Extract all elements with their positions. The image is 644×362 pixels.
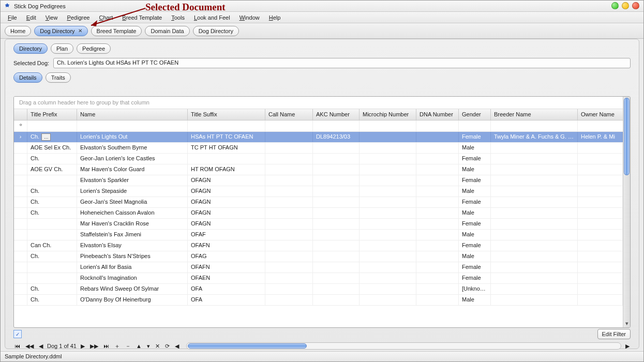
menu-chart[interactable]: Chart xyxy=(95,13,117,22)
cell-title-prefix[interactable] xyxy=(27,230,77,240)
cell-name[interactable]: Elvaston's Sparkler xyxy=(77,175,188,186)
subtab-directory[interactable]: Directory xyxy=(13,43,48,54)
cell-akc[interactable] xyxy=(313,251,360,262)
hscroll-right-icon[interactable]: ▶ xyxy=(624,343,631,350)
cell-gender[interactable]: Female xyxy=(459,197,491,207)
cell-gender[interactable]: Female xyxy=(459,262,491,273)
cell-title-prefix[interactable] xyxy=(27,175,77,186)
cell-call-name[interactable] xyxy=(265,273,313,283)
nav-prev-page-icon[interactable]: ◀◀ xyxy=(24,343,35,350)
cell-owner[interactable] xyxy=(578,186,623,197)
col-call-name[interactable]: Call Name xyxy=(265,109,313,120)
cell-name[interactable]: Rebars Wind Sweep Of Sylmar xyxy=(77,284,188,294)
nav-add-icon[interactable]: ＋ xyxy=(113,342,121,350)
col-title-prefix[interactable]: Title Prefix xyxy=(27,109,77,120)
table-row[interactable]: Staffelstein's Fax JimeniOFAFMale xyxy=(14,230,623,240)
cell-breeder[interactable] xyxy=(491,284,578,294)
col-owner[interactable]: Owner Name xyxy=(578,109,630,120)
vertical-scrollbar[interactable]: ▴ ▾ xyxy=(623,97,630,327)
cell-owner[interactable] xyxy=(578,262,623,273)
cell-owner[interactable] xyxy=(578,251,623,262)
cell-gender[interactable]: Female xyxy=(459,219,491,229)
cell-title-suffix[interactable]: OFAGN xyxy=(188,197,265,207)
dtab-traits[interactable]: Traits xyxy=(46,72,71,83)
cell-title-suffix[interactable]: OFAF xyxy=(188,230,265,240)
cell-name[interactable]: Lorien's Stepaside xyxy=(77,186,188,197)
cell-gender[interactable]: Male xyxy=(459,295,491,305)
cell-call-name[interactable] xyxy=(265,208,313,218)
cell-name[interactable]: Lorien's Lights Out xyxy=(77,132,188,142)
edit-filter-button[interactable]: Edit Filter xyxy=(597,329,631,339)
table-row[interactable]: Mar Haven's Cracklin RoseOFAGNFemale xyxy=(14,219,623,230)
cell-name[interactable]: Elvaston's Southern Byrne xyxy=(77,143,188,153)
ellipsis-button[interactable]: … xyxy=(41,133,51,141)
cell-title-suffix[interactable]: OFAGN xyxy=(188,219,265,229)
tab-dog-directory-2[interactable]: Dog Directory xyxy=(193,26,239,36)
cell-gender[interactable]: Female xyxy=(459,273,491,283)
cell-akc[interactable] xyxy=(313,175,360,186)
cell-microchip[interactable] xyxy=(360,251,416,262)
table-row[interactable]: Lorien's All for BasiaOFAFNFemale xyxy=(14,262,623,273)
cell-breeder[interactable] xyxy=(491,262,578,273)
cell-akc[interactable] xyxy=(313,219,360,229)
cell-microchip[interactable] xyxy=(360,186,416,197)
cell-title-prefix[interactable] xyxy=(27,219,77,229)
cell-title-suffix[interactable]: OFAG xyxy=(188,251,265,262)
menu-tools[interactable]: Tools xyxy=(167,13,189,22)
cell-breeder[interactable] xyxy=(491,273,578,283)
filter-checkbox[interactable]: ✓ xyxy=(13,330,22,338)
cell-breeder[interactable] xyxy=(491,219,578,229)
cell-title-prefix[interactable]: Ch. xyxy=(27,186,77,197)
cell-call-name[interactable] xyxy=(265,219,313,229)
cell-gender[interactable]: Female xyxy=(459,154,491,164)
cell-title-prefix[interactable]: Ch. xyxy=(27,295,77,305)
cell-akc[interactable] xyxy=(313,284,360,294)
tab-breed-template[interactable]: Breed Template xyxy=(91,26,142,36)
col-breeder[interactable]: Breeder Name xyxy=(491,109,578,120)
minimize-button[interactable] xyxy=(611,2,619,9)
cell-title-prefix[interactable]: Ch. xyxy=(27,154,77,164)
cell-owner[interactable] xyxy=(578,175,623,186)
cell-owner[interactable] xyxy=(578,219,623,229)
col-gender[interactable]: Gender xyxy=(459,109,491,120)
cell-dna[interactable] xyxy=(416,230,459,240)
nav-first-icon[interactable]: ⏮ xyxy=(13,343,21,349)
cell-name[interactable]: Elvaston's Elsay xyxy=(77,240,188,251)
cell-owner[interactable] xyxy=(578,284,623,294)
cell-akc[interactable] xyxy=(313,143,360,153)
cell-title-prefix[interactable]: Ch. xyxy=(27,208,77,218)
selected-dog-field[interactable]: Ch. Lorien's Lights Out HSAs HT PT TC OF… xyxy=(53,58,631,68)
cell-call-name[interactable] xyxy=(265,251,313,262)
table-row[interactable]: Elvaston's SparklerOFAGNFemale xyxy=(14,175,623,186)
menu-help[interactable]: Help xyxy=(265,13,285,22)
col-name[interactable]: Name xyxy=(77,109,188,120)
cell-microchip[interactable] xyxy=(360,175,416,186)
table-row[interactable]: Ch.Geor-Jan Lorien's Ice CastlesFemale xyxy=(14,154,623,164)
cell-dna[interactable] xyxy=(416,154,459,164)
hscroll-left-icon[interactable]: ◀ xyxy=(174,343,180,350)
cell-breeder[interactable] xyxy=(491,208,578,218)
cell-title-suffix[interactable]: OFA xyxy=(188,295,265,305)
cell-dna[interactable] xyxy=(416,197,459,207)
subtab-plan[interactable]: Plan xyxy=(51,43,73,54)
cell-akc[interactable] xyxy=(313,164,360,175)
cell-akc[interactable] xyxy=(313,197,360,207)
cell-call-name[interactable] xyxy=(265,175,313,186)
cell-owner[interactable] xyxy=(578,143,623,153)
menu-edit[interactable]: Edit xyxy=(22,13,40,22)
cell-breeder[interactable] xyxy=(491,240,578,251)
cell-microchip[interactable] xyxy=(360,164,416,175)
cell-owner[interactable]: Helen P. & Mi xyxy=(578,132,623,142)
menu-file[interactable]: File xyxy=(4,13,21,22)
nav-refresh-icon[interactable]: ⟳ xyxy=(164,343,171,350)
cell-dna[interactable] xyxy=(416,295,459,305)
cell-dna[interactable] xyxy=(416,251,459,262)
cell-call-name[interactable] xyxy=(265,230,313,240)
tab-home[interactable]: Home xyxy=(5,26,31,36)
hscroll-thumb[interactable] xyxy=(188,343,307,349)
close-button[interactable] xyxy=(632,2,639,9)
cell-title-suffix[interactable]: OFAFN xyxy=(188,240,265,251)
cell-breeder[interactable] xyxy=(491,230,578,240)
cell-microchip[interactable] xyxy=(360,219,416,229)
cell-akc[interactable] xyxy=(313,154,360,164)
